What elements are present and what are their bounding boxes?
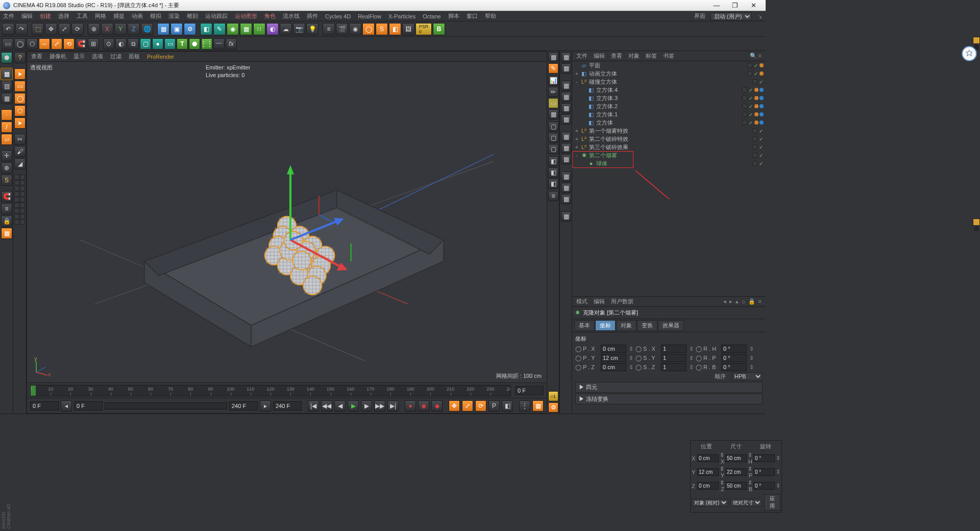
rfb-13[interactable]: ▦ [561, 211, 571, 222]
render-region-button[interactable]: ▣ [170, 23, 183, 35]
arrow-tool-icon[interactable]: ➤ [14, 68, 26, 80]
rot-b-input[interactable] [721, 363, 747, 371]
rotation-order-select[interactable]: HPB [732, 372, 763, 380]
rfb-3[interactable]: ▦ [561, 81, 571, 91]
key-mode-button[interactable]: ▦ [532, 400, 544, 412]
menu-运动图形[interactable]: 运动图形 [235, 12, 257, 20]
prim-plane-icon[interactable]: ▭ [164, 38, 176, 50]
key-options-button[interactable]: ⋮ [519, 400, 530, 412]
object-row-第一个烟雾特效[interactable]: +L⁰第一个烟雾特效✓ [572, 127, 766, 135]
menu-帮助[interactable]: 帮助 [485, 12, 496, 20]
poly-select-icon[interactable]: ⬠ [14, 105, 26, 116]
attr-tab-模式[interactable]: 模式 [576, 298, 587, 305]
om-tab-文件[interactable]: 文件 [576, 52, 587, 60]
prev-key-button[interactable]: ◀◀ [321, 400, 332, 412]
render-settings-button[interactable]: ⚙ [184, 23, 196, 35]
scale-button[interactable]: ⤢ [58, 23, 70, 35]
texture-mode-button[interactable]: ▨ [1, 81, 12, 92]
last-tool-button[interactable]: ⊕ [88, 23, 100, 35]
select-live-button[interactable]: ⬚ [32, 23, 44, 35]
menu-Cycles 4D[interactable]: Cycles 4D [325, 13, 351, 19]
om-tab-对象[interactable]: 对象 [628, 52, 640, 60]
rfa-8[interactable]: ▢ [548, 133, 558, 143]
layout-select[interactable]: 启动 (用户) [710, 12, 752, 20]
move-tool-icon[interactable]: ↔ [39, 38, 50, 50]
pos-x-input[interactable] [601, 345, 626, 353]
current-frame-field[interactable] [74, 401, 103, 411]
menu-文件[interactable]: 文件 [3, 12, 14, 20]
menu-角色[interactable]: 角色 [264, 12, 276, 20]
axis-lock-z[interactable]: Z [128, 23, 140, 35]
om-tab-书签[interactable]: 书签 [663, 52, 674, 60]
redo-button[interactable]: ↷ [15, 23, 28, 35]
take-button[interactable]: 🎬 [336, 23, 348, 35]
accordion-freeze[interactable]: ▶ 冻结变换 [575, 394, 763, 404]
point-mode-button[interactable]: · [1, 109, 12, 120]
viewtab-面板[interactable]: 面板 [129, 53, 140, 60]
null-button[interactable]: ⊙ [103, 38, 114, 50]
camera-button[interactable]: 📷 [293, 23, 305, 35]
attr-nav-fwd-icon[interactable]: ▸ [729, 298, 732, 305]
object-row-平面[interactable]: ▱平面✓ [572, 61, 766, 69]
level-button[interactable]: =1 [548, 391, 558, 401]
enable-axis-button[interactable]: ⊕ [1, 162, 12, 174]
environment-button[interactable]: ☁ [280, 23, 292, 35]
viewport[interactable]: 透视视图 Emitter: xpEmitter Live particles: … [27, 62, 547, 382]
menu-动画[interactable]: 动画 [132, 12, 143, 20]
range-start-lock-icon[interactable]: ◂ [61, 400, 72, 412]
prim-sphere-icon[interactable]: ● [152, 38, 163, 50]
rfa-7[interactable]: ▢ [548, 122, 558, 132]
viewtab-显示[interactable]: 显示 [74, 53, 85, 60]
menu-编辑[interactable]: 编辑 [21, 12, 33, 20]
viewport-solo-button[interactable]: S [1, 175, 12, 186]
octane-o-button[interactable]: ◯ [362, 23, 375, 35]
edge-mode-button[interactable]: / [1, 122, 12, 133]
move-button[interactable]: ✥ [45, 23, 57, 35]
minimize-button[interactable]: — [707, 2, 726, 9]
text-tool-button[interactable]: T [177, 38, 188, 50]
rfb-11[interactable]: ▦ [561, 183, 571, 193]
axis-lock-x[interactable]: X [101, 23, 113, 35]
psr-button[interactable]: PSR0 [415, 23, 432, 35]
octane-settings-button[interactable]: ◧ [389, 23, 401, 35]
falloff-button[interactable]: 〰 [213, 38, 225, 50]
arrow2-icon[interactable]: ➤ [14, 117, 26, 129]
key-pla-button[interactable]: ◧ [502, 400, 513, 412]
xpresso-button[interactable]: ≡ [323, 23, 335, 35]
rfb-6[interactable]: ▦ [561, 114, 571, 125]
maximize-button[interactable]: ❐ [726, 2, 744, 9]
axis-lock-y[interactable]: Y [114, 23, 127, 35]
attr-tab-用户数据[interactable]: 用户数据 [611, 298, 633, 305]
om-tab-编辑[interactable]: 编辑 [594, 52, 605, 60]
coord-system-button[interactable]: 🌐 [141, 23, 153, 35]
range-end-field[interactable] [229, 401, 258, 411]
record-button[interactable]: ● [405, 400, 416, 412]
quantize-button[interactable]: ≡ [1, 203, 12, 214]
object-row-第三个破碎效果[interactable]: +L⁰第三个破碎效果✓ [572, 143, 766, 151]
viewtab-过滤[interactable]: 过滤 [110, 53, 121, 60]
sel-poly-button[interactable]: ⬠ [27, 38, 38, 50]
spline-pen-button[interactable]: ✎ [213, 23, 226, 35]
menu-流水线[interactable]: 流水线 [283, 12, 300, 20]
extrude-button[interactable]: ⬣ [189, 38, 200, 50]
menu-渲染[interactable]: 渲染 [168, 12, 180, 20]
object-row-立方体.2[interactable]: ◧立方体.2✓ [572, 102, 766, 110]
rfb-12[interactable]: ▦ [561, 194, 571, 204]
help-icon[interactable]: ? [14, 52, 26, 63]
sel-rect-button[interactable]: ▭ [2, 38, 13, 50]
object-row-碰撞立方体[interactable]: -L⁰碰撞立方体✓ [572, 78, 766, 86]
attr-nav-up-icon[interactable]: ▴ [736, 298, 739, 305]
menu-窗口[interactable]: 窗口 [467, 12, 478, 20]
range-start-field[interactable] [30, 401, 59, 411]
primitive-cube-button[interactable]: ◧ [200, 23, 212, 35]
rot-p-input[interactable] [721, 354, 747, 362]
scale-y-input[interactable] [661, 354, 687, 362]
polygon-mode-button[interactable]: ▱ [1, 134, 12, 145]
pos-z-input[interactable] [601, 363, 626, 371]
scale-tool-icon[interactable]: ⤢ [51, 38, 62, 50]
play-button[interactable]: ▶ [348, 400, 359, 412]
deformer-button[interactable]: ◐ [266, 23, 279, 35]
goto-end-button[interactable]: ▶| [387, 400, 399, 412]
rfa-5[interactable]: ▭ [548, 98, 558, 108]
array-button[interactable]: ∷ [253, 23, 265, 35]
